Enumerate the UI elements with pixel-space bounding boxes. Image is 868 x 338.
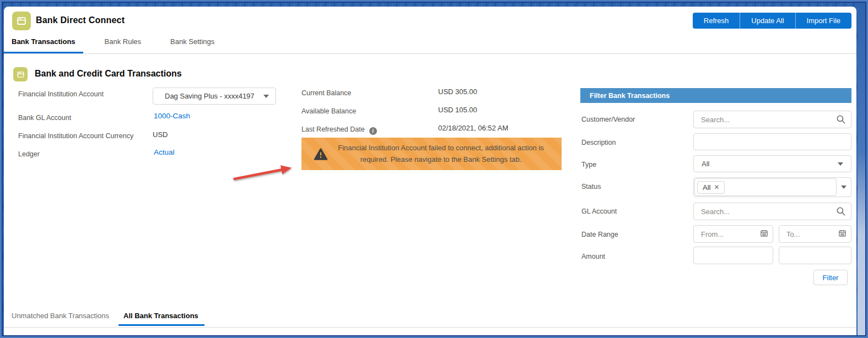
chevron-down-icon xyxy=(838,162,843,166)
fia-currency-value: USD xyxy=(153,130,168,139)
available-balance-value: USD 105.00 xyxy=(438,106,477,114)
tab-bank-transactions-label: Bank Transactions xyxy=(12,37,76,46)
page-title: Bank Direct Connect xyxy=(36,15,125,25)
type-label: Type xyxy=(581,161,596,168)
main-card: Bank Direct Connect Refresh Update All I… xyxy=(4,7,856,335)
bank-gl-account-link[interactable]: 1000-Cash xyxy=(154,112,190,120)
connection-warning-banner: Financial Institution Account failed to … xyxy=(301,138,562,170)
status-selected-pill[interactable]: All ✕ xyxy=(697,181,725,194)
tab-bank-rules-label: Bank Rules xyxy=(105,37,141,46)
search-icon[interactable] xyxy=(836,115,846,127)
remove-pill-icon[interactable]: ✕ xyxy=(714,184,719,190)
status-multiselect[interactable]: All ✕ xyxy=(693,177,851,197)
vertical-scrollbar[interactable] xyxy=(858,3,865,335)
type-value: All xyxy=(702,160,838,168)
window-frame: Bank Direct Connect Refresh Update All I… xyxy=(0,0,868,338)
gl-account-search-input[interactable] xyxy=(693,203,851,220)
header-action-button-group: Refresh Update All Import File xyxy=(693,13,851,29)
filter-panel-title: Filter Bank Transactions xyxy=(590,92,670,100)
warning-message: Financial Institution Account failed to … xyxy=(336,143,562,165)
search-icon[interactable] xyxy=(836,206,846,219)
customer-vendor-search-input[interactable] xyxy=(693,111,851,128)
chevron-down-icon xyxy=(263,95,269,98)
bank-box-icon xyxy=(13,67,28,81)
bank-box-icon xyxy=(12,12,31,30)
last-refreshed-value: 02/18/2021, 06:52 AM xyxy=(438,124,508,132)
last-refreshed-label: Last Refreshed Datei xyxy=(301,126,377,135)
financial-institution-account-value: Dag Saving Plus - xxxx4197 xyxy=(165,92,263,100)
tab-bank-rules[interactable]: Bank Rules xyxy=(97,34,149,53)
status-dropdown-toggle[interactable] xyxy=(837,186,851,189)
bottom-tabs-divider xyxy=(4,327,856,328)
tab-bank-settings-label: Bank Settings xyxy=(170,37,214,46)
update-all-button[interactable]: Update All xyxy=(740,13,795,29)
active-tab-underline xyxy=(118,324,204,326)
ledger-label: Ledger xyxy=(18,150,40,158)
tab-unmatched-bank-transactions[interactable]: Unmatched Bank Transactions xyxy=(12,312,109,320)
customer-vendor-label: Customer/Vendor xyxy=(581,116,635,123)
bank-gl-account-label: Bank GL Account xyxy=(18,114,71,122)
warning-triangle-icon xyxy=(314,148,328,161)
gl-account-label: GL Account xyxy=(581,208,617,215)
calendar-icon[interactable] xyxy=(838,229,847,239)
refresh-button[interactable]: Refresh xyxy=(693,13,740,29)
financial-institution-account-label: Financial Institution Account xyxy=(18,90,104,98)
type-select[interactable]: All xyxy=(693,155,851,172)
amount-max-input[interactable] xyxy=(779,247,851,264)
amount-label: Amount xyxy=(581,253,605,260)
transactions-tabs: Unmatched Bank Transactions All Bank Tra… xyxy=(4,308,856,326)
current-balance-value: USD 305.00 xyxy=(438,88,477,96)
description-input[interactable] xyxy=(693,133,851,150)
tab-bank-transactions[interactable]: Bank Transactions xyxy=(4,34,83,53)
status-multiselect-input[interactable]: All ✕ xyxy=(694,178,837,196)
status-pill-label: All xyxy=(703,183,710,192)
financial-institution-account-select[interactable]: Dag Saving Plus - xxxx4197 xyxy=(153,88,276,105)
fia-currency-label: Financial Institution Account Currency xyxy=(18,132,133,140)
description-label: Description xyxy=(581,139,616,146)
section-title: Bank and Credit Card Transactions xyxy=(35,69,182,79)
ledger-link[interactable]: Actual xyxy=(154,148,175,156)
import-file-button[interactable]: Import File xyxy=(795,13,851,29)
calendar-icon[interactable] xyxy=(760,229,768,239)
annotation-arrow xyxy=(229,157,296,184)
current-balance-label: Current Balance xyxy=(301,89,351,97)
filter-panel-header: Filter Bank Transactions xyxy=(580,88,851,103)
tab-bank-settings[interactable]: Bank Settings xyxy=(163,34,222,53)
filter-button[interactable]: Filter xyxy=(813,270,848,285)
page-background: Bank Direct Connect Refresh Update All I… xyxy=(3,3,865,335)
tab-all-bank-transactions[interactable]: All Bank Transactions xyxy=(123,312,198,320)
info-icon[interactable]: i xyxy=(369,127,377,135)
date-range-label: Date Range xyxy=(581,231,618,238)
status-label: Status xyxy=(581,183,601,190)
available-balance-label: Available Balance xyxy=(301,107,356,115)
amount-min-input[interactable] xyxy=(693,247,773,264)
header-divider xyxy=(4,53,856,54)
last-refreshed-label-text: Last Refreshed Date xyxy=(301,126,365,133)
chevron-down-icon xyxy=(841,186,847,189)
main-tabs: Bank Transactions Bank Rules Bank Settin… xyxy=(4,34,236,53)
